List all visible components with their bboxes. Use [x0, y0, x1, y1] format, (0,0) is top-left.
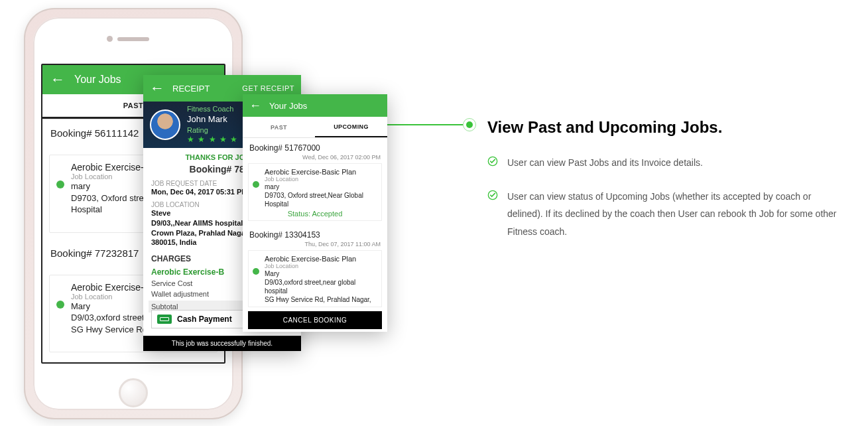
feature-bullet-text: User can view Past Jobs and its Invoice …	[507, 154, 703, 172]
app-header: ← Your Jobs	[243, 94, 387, 117]
coach-role: Fitness Coach	[187, 104, 238, 113]
plan-name: Aerobic Exercise-Basic Plan	[265, 255, 377, 263]
status-dot-icon	[56, 301, 64, 309]
header-title: Your Jobs	[74, 74, 121, 86]
location-label: Job Location	[265, 176, 377, 182]
back-icon[interactable]: ←	[249, 100, 261, 111]
feature-bullet: User can view status of Upcoming Jobs (w…	[487, 188, 839, 241]
feature-bullet-text: User can view status of Upcoming Jobs (w…	[507, 188, 839, 241]
connector-bullet	[463, 118, 476, 131]
customer-name: mary	[265, 182, 377, 191]
cash-icon	[157, 315, 172, 324]
avatar	[150, 109, 180, 140]
booking-number: Booking# 13304153	[243, 225, 387, 241]
connector-line	[386, 124, 465, 125]
address: D9703, Oxford street,Near Global Hospita…	[265, 191, 377, 208]
plan-name: Aerobic Exercise-Basic Plan	[265, 168, 377, 176]
header-title: Your Jobs	[269, 101, 307, 111]
booking-card[interactable]: Aerobic Exercise-Basic Plan Job Location…	[248, 250, 382, 307]
status-dot-icon	[56, 180, 64, 188]
rating-label: Rating	[187, 125, 238, 135]
tab-upcoming[interactable]: UPCOMING	[315, 117, 387, 137]
cancel-booking-button[interactable]: CANCEL BOOKING	[248, 311, 382, 329]
back-icon[interactable]: ←	[50, 72, 65, 87]
back-icon[interactable]: ←	[150, 81, 164, 96]
booking-date: Wed, Dec 06, 2017 02:00 PM	[243, 154, 387, 163]
address: D9/03,oxford street,near global hospital…	[265, 278, 377, 304]
get-receipt-button[interactable]: GET RECEIPT	[242, 84, 294, 92]
home-button[interactable]	[119, 378, 148, 407]
status-dot-icon	[253, 268, 259, 275]
phone-speaker	[117, 37, 149, 41]
tab-bar: PAST UPCOMING	[243, 117, 387, 138]
header-title: RECEIPT	[172, 84, 210, 94]
tab-past[interactable]: PAST	[243, 117, 315, 137]
location-label: Job Location	[265, 263, 377, 269]
feature-bullet: User can view Past Jobs and its Invoice …	[487, 154, 839, 172]
booking-date: Thu, Dec 07, 2017 11:00 AM	[243, 241, 387, 250]
booking-number: Booking# 14705174	[42, 359, 224, 364]
feature-title: View Past and Upcoming Jobs.	[487, 118, 839, 137]
coach-name: John Mark	[187, 114, 238, 125]
check-icon	[487, 190, 498, 200]
status-text: Status: Accepted	[253, 210, 377, 218]
feature-block: View Past and Upcoming Jobs. User can vi…	[487, 118, 839, 256]
booking-card[interactable]: Aerobic Exercise-Basic Plan Job Location…	[248, 163, 382, 221]
booking-number: Booking# 51767000	[243, 138, 387, 154]
star-icon: ★ ★ ★ ★ ★	[187, 135, 238, 145]
status-dot-icon	[253, 181, 259, 188]
upcoming-screen: ← Your Jobs PAST UPCOMING Booking# 51767…	[243, 94, 387, 332]
check-icon	[487, 156, 498, 167]
customer-name: Mary	[265, 269, 377, 278]
footer-toast: This job was successfully finished.	[143, 336, 301, 351]
phone-camera	[107, 36, 113, 42]
payment-label: Cash Payment	[177, 315, 232, 324]
